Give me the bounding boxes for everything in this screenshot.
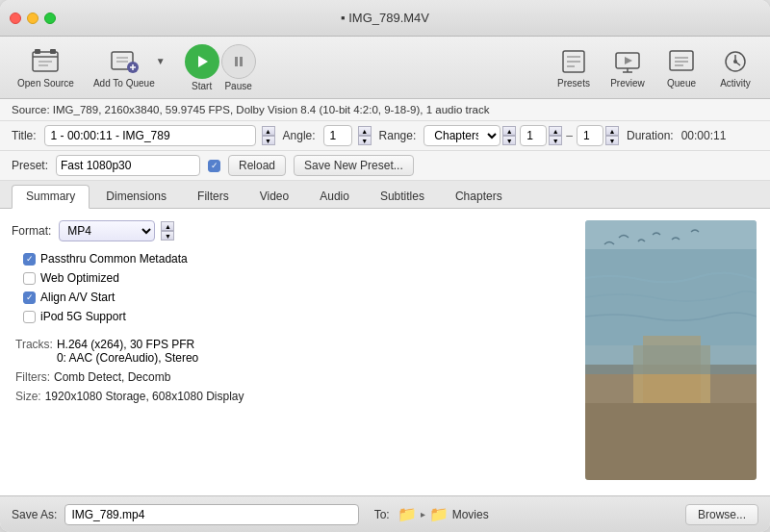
preset-checkbox[interactable]: ✓ [208, 160, 220, 172]
format-stepper-up[interactable]: ▲ [161, 221, 174, 231]
checkbox-web-optimized[interactable]: Web Optimized [23, 270, 574, 286]
web-optimized-checkbox-icon[interactable] [23, 272, 36, 285]
window-title: ▪ IMG_789.M4V [341, 11, 429, 25]
close-button[interactable] [10, 13, 21, 24]
format-stepper-down[interactable]: ▼ [161, 231, 174, 241]
tracks-key: Tracks: [15, 338, 53, 365]
angle-stepper-down[interactable]: ▼ [358, 136, 372, 145]
to-label: To: [374, 508, 390, 521]
toolbar: Open Source Add To Queue ▼ [0, 37, 770, 99]
range-from-input[interactable] [520, 125, 547, 146]
add-to-queue-button[interactable]: Add To Queue ▼ [86, 42, 173, 92]
svg-marker-22 [625, 57, 632, 64]
format-stepper: ▲ ▼ [161, 221, 174, 241]
maximize-button[interactable] [44, 13, 56, 24]
web-optimized-label: Web Optimized [40, 271, 119, 285]
passthru-checkbox-icon[interactable]: ✓ [23, 253, 36, 266]
presets-button[interactable]: Presets [549, 42, 599, 92]
range-to-down[interactable]: ▼ [605, 136, 619, 145]
duration-label: Duration: [627, 129, 674, 142]
align-av-checkbox-icon[interactable]: ✓ [23, 291, 36, 304]
movies-folder-icon: 📁 [429, 505, 449, 523]
svg-rect-38 [585, 345, 757, 374]
angle-stepper-up[interactable]: ▲ [358, 126, 372, 136]
pause-button[interactable] [221, 44, 256, 79]
tabs-bar: Summary Dimensions Filters Video Audio S… [0, 181, 770, 209]
title-stepper-down[interactable]: ▼ [262, 136, 275, 145]
minimize-button[interactable] [27, 13, 38, 24]
title-input[interactable] [44, 125, 256, 146]
svg-rect-3 [50, 49, 56, 54]
title-stepper-up[interactable]: ▲ [262, 126, 275, 136]
tracks-values: H.264 (x264), 30 FPS PFR 0: AAC (CoreAud… [57, 338, 198, 365]
checkbox-passthru[interactable]: ✓ Passthru Common Metadata [23, 251, 574, 266]
preview-icon [612, 46, 643, 77]
activity-button[interactable]: Activity [710, 42, 760, 92]
range-type-select[interactable]: Chapters Seconds Frames [424, 125, 500, 146]
save-as-label: Save As: [12, 508, 57, 521]
range-type-down[interactable]: ▼ [502, 136, 516, 145]
preset-input[interactable] [56, 155, 200, 176]
info-section: Tracks: H.264 (x264), 30 FPS PFR 0: AAC … [12, 338, 574, 407]
movies-folder-label: Movies [452, 508, 489, 521]
range-from-stepper: ▲ ▼ [549, 126, 562, 145]
svg-rect-23 [670, 51, 693, 70]
duration-value: 00:00:11 [681, 129, 727, 142]
ipod-label: iPod 5G Support [40, 310, 126, 323]
bottom-bar: Save As: To: 📁 ▸ 📁 Movies Browse... [0, 495, 770, 532]
tab-chapters[interactable]: Chapters [441, 185, 517, 208]
svg-point-30 [733, 60, 737, 63]
range-label: Range: [379, 129, 417, 142]
format-label: Format: [12, 224, 51, 238]
range-to-up[interactable]: ▲ [605, 126, 619, 136]
tab-video[interactable]: Video [245, 185, 303, 208]
range-type-stepper: ▲ ▼ [502, 126, 516, 145]
folder-icon: 📁 [398, 505, 417, 523]
folder-path: 📁 ▸ 📁 Movies [398, 505, 678, 523]
save-as-input[interactable] [64, 504, 358, 525]
title-stepper-buttons: ▲ ▼ [262, 126, 275, 145]
range-separator: – [566, 129, 573, 142]
range-from-down[interactable]: ▼ [549, 136, 562, 145]
start-button-wrap: Start [185, 44, 219, 91]
range-to-stepper: ▲ ▼ [605, 126, 619, 145]
range-from-up[interactable]: ▲ [549, 126, 562, 136]
add-to-queue-label: Add To Queue [93, 78, 155, 89]
activity-icon [720, 46, 751, 77]
svg-marker-12 [198, 56, 208, 67]
size-key: Size: [15, 390, 41, 403]
pause-label: Pause [224, 81, 251, 91]
add-to-queue-icon [109, 46, 140, 77]
tab-audio[interactable]: Audio [305, 185, 364, 208]
svg-rect-2 [35, 49, 40, 54]
tab-subtitles[interactable]: Subtitles [366, 185, 439, 208]
format-select[interactable]: MP4 MKV WebM [59, 220, 155, 241]
svg-rect-33 [585, 249, 757, 345]
reload-button[interactable]: Reload [228, 155, 286, 176]
queue-button[interactable]: Queue [656, 42, 706, 92]
browse-button[interactable]: Browse... [685, 504, 758, 525]
tab-dimensions[interactable]: Dimensions [91, 185, 181, 208]
ipod-checkbox-icon[interactable] [23, 311, 36, 323]
content-right [585, 220, 758, 484]
preview-button[interactable]: Preview [603, 42, 653, 92]
tab-filters[interactable]: Filters [183, 185, 244, 208]
pause-button-wrap: Pause [221, 44, 256, 91]
range-to-input[interactable] [577, 125, 603, 146]
presets-icon [558, 46, 589, 77]
save-preset-button[interactable]: Save New Preset... [294, 155, 414, 176]
preset-row: Preset: ✓ Reload Save New Preset... [0, 151, 770, 181]
checkbox-align-av[interactable]: ✓ Align A/V Start [23, 290, 574, 305]
queue-label: Queue [667, 78, 696, 89]
angle-input[interactable] [323, 125, 352, 146]
checkboxes-group: ✓ Passthru Common Metadata Web Optimized… [12, 251, 574, 324]
presets-label: Presets [557, 78, 590, 89]
range-group: Chapters Seconds Frames ▲ ▼ ▲ ▼ – ▲ ▼ [424, 125, 619, 146]
filters-value: Comb Detect, Decomb [54, 370, 170, 384]
tab-summary[interactable]: Summary [12, 185, 90, 209]
open-source-button[interactable]: Open Source [10, 42, 82, 92]
start-button[interactable] [185, 44, 219, 79]
range-type-up[interactable]: ▲ [502, 126, 516, 136]
tracks-line1: H.264 (x264), 30 FPS PFR [57, 338, 198, 351]
checkbox-ipod[interactable]: iPod 5G Support [23, 309, 574, 324]
